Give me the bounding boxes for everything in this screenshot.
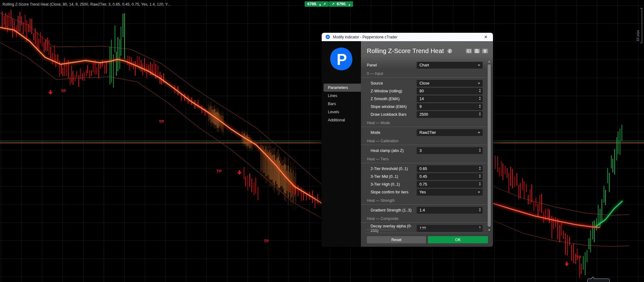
- section-label: 0 — Input: [367, 71, 383, 76]
- number-input-gradient-strength-1-3[interactable]: 1.4: [417, 207, 483, 214]
- dialog-scrollbar[interactable]: [487, 60, 492, 232]
- param-row-panel: PanelChart: [361, 62, 483, 69]
- number-input-slope-window-ema[interactable]: 9: [417, 103, 483, 110]
- section-label: Heat — Strength: [367, 198, 395, 203]
- sell-price-button[interactable]: 6789.8 ↗: [305, 1, 329, 7]
- trend-arrow-icon: ↗: [323, 2, 326, 6]
- chevron-down-icon: [478, 132, 480, 134]
- tab-lines[interactable]: Lines: [324, 92, 361, 100]
- param-label: Source: [361, 81, 417, 85]
- sell-signal-arrow-icon: [48, 90, 53, 95]
- trash-icon: [483, 49, 487, 53]
- section-heat-calibration: Heat — Calibration: [361, 138, 487, 145]
- param-label: Draw Lookback Bars: [361, 112, 417, 117]
- close-icon[interactable]: ✕: [482, 35, 489, 39]
- dialog-tab-list: ParametersLinesBarsLevelsAdditional: [322, 84, 361, 124]
- tp-label: TP: [216, 169, 221, 173]
- param-row-mode: ModeRaw2Tier: [361, 129, 483, 136]
- select-mode[interactable]: Raw2Tier: [417, 129, 483, 136]
- param-label: Z Smooth (EMA): [361, 97, 417, 101]
- sell-price-pip: 8: [319, 3, 321, 7]
- param-row-slope-confirm-for-tiers: Slope confirm for tiersYes: [361, 189, 483, 196]
- tp-label: TP: [576, 255, 581, 260]
- stepper-icon[interactable]: [479, 182, 481, 186]
- number-input-3-tier-high-0-1[interactable]: 0.75: [417, 181, 483, 188]
- param-value: 1.4: [417, 208, 425, 212]
- section-heat-tiers: Heat — Tiers: [361, 156, 487, 163]
- param-label: Gradient Strength (1..3): [361, 208, 417, 212]
- tab-bars[interactable]: Bars: [324, 100, 361, 108]
- number-input-draw-lookback-bars[interactable]: 2500: [417, 111, 483, 118]
- param-row-2-tier-threshold-0-1: 2-Tier threshold (0..1)0.65: [361, 165, 483, 172]
- indicator-header: Rolling Z-Score Trend Heat f: [367, 47, 488, 55]
- scroll-up-icon[interactable]: [488, 61, 490, 62]
- tab-additional[interactable]: Additional: [324, 116, 361, 124]
- param-row-slope-window-ema: Slope window (EMA)9: [361, 103, 483, 110]
- number-input-2-tier-threshold-0-1[interactable]: 0.65: [417, 165, 483, 172]
- tab-levels[interactable]: Levels: [324, 108, 361, 116]
- section-label: Heat — Mode: [367, 121, 390, 125]
- reset-button[interactable]: Reset: [367, 236, 426, 243]
- param-value: Chart: [417, 63, 429, 67]
- param-row-gradient-strength-1-3: Gradient Strength (1..3)1.4: [361, 207, 483, 214]
- tp-label: TP: [159, 119, 164, 124]
- param-value: 0.75: [417, 182, 427, 187]
- number-input-heat-clamp-abs-z[interactable]: 3: [417, 147, 483, 154]
- buy-price-button[interactable]: ↗ 6790.2: [329, 1, 353, 7]
- chart-scroll-widget[interactable]: [587, 279, 610, 282]
- number-input-3-tier-mid-0-1[interactable]: 0.45: [417, 173, 483, 180]
- param-row-draw-lookback-bars: Draw Lookback Bars2500: [361, 111, 483, 118]
- ok-button[interactable]: OK: [428, 236, 488, 243]
- scrollbar-thumb[interactable]: [488, 64, 491, 227]
- delete-indicator-button[interactable]: [482, 49, 488, 53]
- param-row-heat-clamp-abs-z: Heat clamp (abs Z)3: [361, 147, 483, 154]
- indicator-name: Rolling Z-Score Trend Heat: [367, 47, 444, 55]
- tab-parameters[interactable]: Parameters: [324, 84, 361, 92]
- param-value: Raw2Tier: [417, 130, 436, 135]
- select-source[interactable]: Close: [417, 80, 483, 87]
- save-indicator-button[interactable]: [474, 49, 480, 53]
- param-row-3-tier-mid-0-1: 3-Tier Mid (0..1)0.45: [361, 173, 483, 180]
- trend-lines: [0, 27, 623, 227]
- stepper-icon[interactable]: [479, 174, 481, 178]
- dialog-titlebar[interactable]: P Modify indicator - Pepperstone cTrader…: [322, 33, 493, 41]
- chevron-down-icon: [478, 83, 480, 84]
- stepper-icon[interactable]: [479, 208, 481, 212]
- number-input-z-window-rolling[interactable]: 80: [417, 88, 483, 95]
- trend-arrow-icon: ↗: [332, 2, 334, 6]
- rename-indicator-button[interactable]: [466, 49, 472, 53]
- param-label: Z-Window (rolling): [361, 89, 417, 93]
- sell-signal-arrow-icon: [237, 170, 242, 175]
- info-icon[interactable]: f: [447, 49, 452, 53]
- chevron-down-icon: [478, 192, 480, 193]
- rename-icon: [467, 49, 471, 53]
- stepper-icon[interactable]: [479, 167, 481, 170]
- svg-text:P: P: [337, 51, 347, 68]
- param-label: Panel: [361, 63, 417, 67]
- dialog-body: P ParametersLinesBarsLevelsAdditional Ro…: [322, 41, 493, 247]
- clipped-row: [417, 228, 483, 231]
- number-input-z-smooth-ema[interactable]: 14: [417, 95, 483, 102]
- dialog-footer: Reset OK: [367, 236, 488, 243]
- param-value: Close: [417, 81, 429, 85]
- select-slope-confirm-for-tiers[interactable]: Yes: [417, 189, 483, 196]
- sell-signal-arrow-icon: [565, 262, 569, 266]
- modify-indicator-dialog: P Modify indicator - Pepperstone cTrader…: [322, 33, 493, 247]
- envelope-bands: [0, 13, 629, 246]
- select-panel[interactable]: Chart: [417, 62, 483, 69]
- param-value: 3: [417, 148, 422, 153]
- section-label: Heat — Calibration: [367, 139, 398, 143]
- heat-ribbon: [208, 101, 296, 210]
- stepper-icon[interactable]: [479, 97, 481, 100]
- section-0-input: 0 — Input: [361, 70, 487, 78]
- stepper-icon[interactable]: [479, 112, 481, 116]
- section-label: Heat — Composite: [367, 216, 398, 221]
- param-row-3-tier-high-0-1: 3-Tier High (0..1)0.75: [361, 181, 483, 188]
- stepper-icon[interactable]: [479, 89, 481, 92]
- param-value: 80: [417, 89, 424, 93]
- scroll-down-icon[interactable]: [488, 229, 490, 231]
- stepper-icon[interactable]: [479, 148, 481, 152]
- param-row-source: SourceClose: [361, 80, 483, 87]
- stepper-icon[interactable]: [479, 105, 481, 108]
- param-label: Heat clamp (abs Z): [361, 148, 417, 153]
